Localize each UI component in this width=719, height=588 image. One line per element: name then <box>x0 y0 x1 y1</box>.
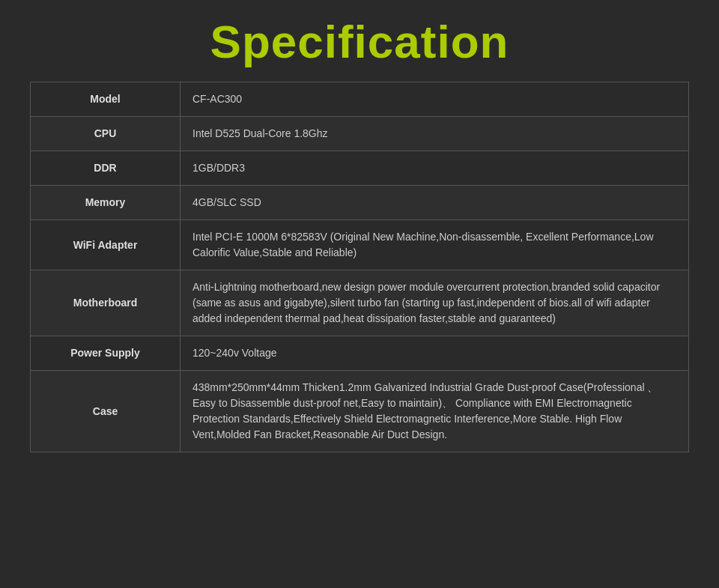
spec-value: 1GB/DDR3 <box>180 151 689 186</box>
spec-table: ModelCF-AC300CPUIntel D525 Dual-Core 1.8… <box>30 82 689 452</box>
spec-label: WiFi Adapter <box>31 220 180 270</box>
spec-label: DDR <box>31 151 180 186</box>
spec-value: 438mm*250mm*44mm Thicken1.2mm Galvanized… <box>180 371 689 452</box>
spec-value: Anti-Lightning motherboard,new design po… <box>180 270 689 336</box>
spec-label: Motherboard <box>31 270 180 336</box>
spec-label: Case <box>31 371 180 452</box>
spec-label: Power Supply <box>31 336 180 371</box>
table-row: MotherboardAnti-Lightning motherboard,ne… <box>31 270 689 336</box>
spec-value: Intel PCI-E 1000M 6*82583V (Original New… <box>180 220 689 270</box>
table-row: Case438mm*250mm*44mm Thicken1.2mm Galvan… <box>31 371 689 452</box>
table-row: WiFi AdapterIntel PCI-E 1000M 6*82583V (… <box>31 220 689 270</box>
page-title: Specification <box>210 15 509 68</box>
table-row: DDR1GB/DDR3 <box>31 151 689 186</box>
table-row: ModelCF-AC300 <box>31 82 689 117</box>
table-row: CPUIntel D525 Dual-Core 1.8Ghz <box>31 117 689 151</box>
page-container: Specification ModelCF-AC300CPUIntel D525… <box>0 0 719 588</box>
spec-value: 120~240v Voltage <box>180 336 689 371</box>
spec-value: Intel D525 Dual-Core 1.8Ghz <box>180 117 689 151</box>
spec-label: Model <box>31 82 180 117</box>
table-row: Memory4GB/SLC SSD <box>31 186 689 220</box>
table-row: Power Supply120~240v Voltage <box>31 336 689 371</box>
spec-value: 4GB/SLC SSD <box>180 186 689 220</box>
spec-label: CPU <box>31 117 180 151</box>
spec-value: CF-AC300 <box>180 82 689 117</box>
spec-label: Memory <box>31 186 180 220</box>
